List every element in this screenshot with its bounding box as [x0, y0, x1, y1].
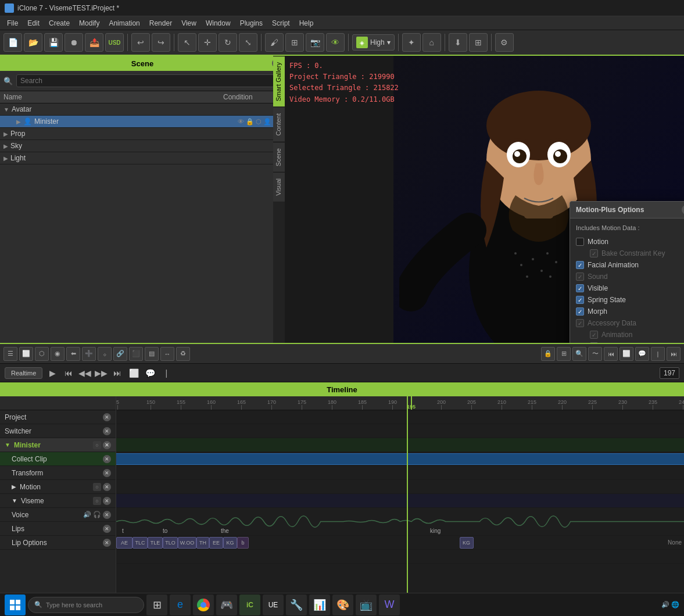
checkbox-morph[interactable]: [576, 307, 584, 316]
dialog-close-button[interactable]: ✕: [682, 205, 684, 214]
tl-lock-btn[interactable]: 🔒: [541, 347, 555, 361]
tl-btn-3[interactable]: ⬡: [35, 347, 49, 361]
tl-end-btn[interactable]: ⏭: [667, 347, 681, 361]
settings-button[interactable]: ⚙: [495, 33, 514, 52]
tree-sky[interactable]: ▶ Sky: [0, 140, 285, 152]
check-visible[interactable]: Visible: [576, 282, 684, 294]
to-end-button[interactable]: ⏭: [111, 367, 124, 379]
check-motion[interactable]: Motion: [576, 236, 684, 248]
lock-icon[interactable]: 🔒: [246, 118, 254, 126]
track-voice-close[interactable]: ✕: [103, 511, 111, 519]
new-button[interactable]: 📄: [3, 33, 22, 52]
track-minister[interactable]: ▼ Minister ○ ✕: [0, 438, 116, 452]
eye-icon[interactable]: 👁: [238, 118, 244, 125]
frame-number[interactable]: 197: [660, 367, 679, 379]
tab-scene[interactable]: Scene: [273, 142, 285, 172]
tl-btn-7[interactable]: ⬦: [98, 347, 112, 361]
track-project-close[interactable]: ✕: [103, 413, 111, 421]
tree-minister[interactable]: ▶ 👤 Minister 👁 🔒 ⬡ 👤 📄: [0, 116, 285, 128]
tab-content[interactable]: Content: [273, 107, 285, 142]
to-start-button[interactable]: ⏮: [62, 367, 75, 379]
menu-render[interactable]: Render: [145, 18, 177, 28]
usd-button[interactable]: USD: [105, 33, 124, 52]
open-button[interactable]: 📂: [24, 33, 42, 52]
checkbox-spring[interactable]: [576, 296, 584, 304]
tl-btn-11[interactable]: ↔: [160, 347, 174, 361]
track-minister-collapse[interactable]: ○: [93, 441, 101, 449]
tl-btn-10[interactable]: ▤: [145, 347, 159, 361]
track-switcher-close[interactable]: ✕: [103, 427, 111, 435]
taskbar-edge[interactable]: e: [170, 594, 191, 615]
taskbar-task-view[interactable]: ⊞: [146, 594, 167, 615]
tree-prop[interactable]: ▶ Prop: [0, 128, 285, 140]
tl-btn-9[interactable]: ⬛: [129, 347, 143, 361]
menu-help[interactable]: Help: [295, 18, 318, 28]
mesh-icon[interactable]: ⬡: [256, 118, 262, 126]
start-button[interactable]: [5, 594, 26, 615]
tl-btn-12[interactable]: ♻: [176, 347, 190, 361]
check-spring[interactable]: Spring State: [576, 294, 684, 306]
taskbar-search[interactable]: 🔍 Type here to search: [28, 597, 144, 613]
track-lips-close[interactable]: ✕: [103, 525, 111, 533]
track-viseme-collapse[interactable]: ○: [93, 497, 101, 505]
redo-button[interactable]: ↪: [152, 33, 170, 52]
voice-headphone-icon[interactable]: 🎧: [93, 511, 101, 519]
taskbar-epic[interactable]: 🎮: [216, 594, 237, 615]
tl-grid-btn[interactable]: ⊞: [557, 347, 571, 361]
menu-plugins[interactable]: Plugins: [235, 18, 267, 28]
tl-zoom-btn[interactable]: 🔍: [572, 347, 586, 361]
taskbar-app6[interactable]: W: [379, 594, 400, 615]
preview-button[interactable]: 👁: [326, 33, 345, 52]
next-frame-button[interactable]: ▶▶: [95, 367, 108, 379]
grid-button[interactable]: ⊞: [469, 33, 488, 52]
tree-light[interactable]: ▶ Light: [0, 152, 285, 164]
tl-btn-1[interactable]: ☰: [3, 347, 17, 361]
tl-btn-8[interactable]: 🔗: [113, 347, 127, 361]
tl-btn-6[interactable]: ➕: [82, 347, 96, 361]
checkbox-motion[interactable]: [576, 238, 584, 246]
check-facial[interactable]: Facial Animation: [576, 259, 684, 271]
track-motion-collapse[interactable]: ○: [93, 483, 101, 491]
track-minister-close[interactable]: ✕: [103, 441, 111, 449]
taskbar-iclone[interactable]: iC: [239, 594, 260, 615]
play-button[interactable]: ▶: [46, 367, 59, 379]
comment-button[interactable]: 💬: [144, 367, 156, 379]
checkbox-visible[interactable]: [576, 284, 584, 292]
menu-file[interactable]: File: [2, 18, 23, 28]
check-morph[interactable]: Morph: [576, 306, 684, 317]
track-lip-options-close[interactable]: ✕: [103, 539, 111, 547]
menu-window[interactable]: Window: [201, 18, 235, 28]
track-transform-close[interactable]: ✕: [103, 469, 111, 477]
screen-button[interactable]: ⬜: [127, 367, 140, 379]
tl-prev-btn[interactable]: ⏮: [604, 347, 618, 361]
export-button[interactable]: 📤: [85, 33, 103, 52]
tab-smart-gallery[interactable]: Smart Gallery: [273, 56, 285, 107]
tab-visual[interactable]: Visual: [273, 172, 285, 202]
taskbar-app4[interactable]: 🎨: [332, 594, 353, 615]
tl-comment-btn[interactable]: 💬: [635, 347, 649, 361]
render-button[interactable]: ⬇: [449, 33, 467, 52]
menu-modify[interactable]: Modify: [74, 18, 104, 28]
tl-btn-4[interactable]: ◉: [51, 347, 65, 361]
taskbar-chrome[interactable]: [193, 594, 214, 615]
taskbar-ue[interactable]: UE: [263, 594, 284, 615]
save-button[interactable]: 💾: [44, 33, 63, 52]
tl-mark-btn[interactable]: |: [651, 347, 665, 361]
quality-selector[interactable]: ◈ High ▾: [352, 34, 395, 51]
bookmark-button[interactable]: |: [160, 367, 173, 379]
person-icon[interactable]: 👤: [263, 118, 271, 126]
tl-btn-2[interactable]: ⬜: [19, 347, 33, 361]
menu-animation[interactable]: Animation: [104, 18, 144, 28]
taskbar-app5[interactable]: 📺: [356, 594, 377, 615]
taskbar-app3[interactable]: 📊: [309, 594, 330, 615]
tl-wave-btn[interactable]: 〜: [588, 347, 602, 361]
menu-view[interactable]: View: [177, 18, 201, 28]
checkbox-facial[interactable]: [576, 261, 584, 269]
track-viseme-close[interactable]: ✕: [103, 497, 111, 505]
tree-avatar[interactable]: ▼ Avatar: [0, 103, 285, 116]
camera-button[interactable]: 📷: [306, 33, 324, 52]
move-button[interactable]: ✛: [198, 33, 217, 52]
tl-frame-btn[interactable]: ⬜: [619, 347, 633, 361]
search-input[interactable]: [16, 74, 274, 87]
scale-button[interactable]: ⤡: [239, 33, 257, 52]
